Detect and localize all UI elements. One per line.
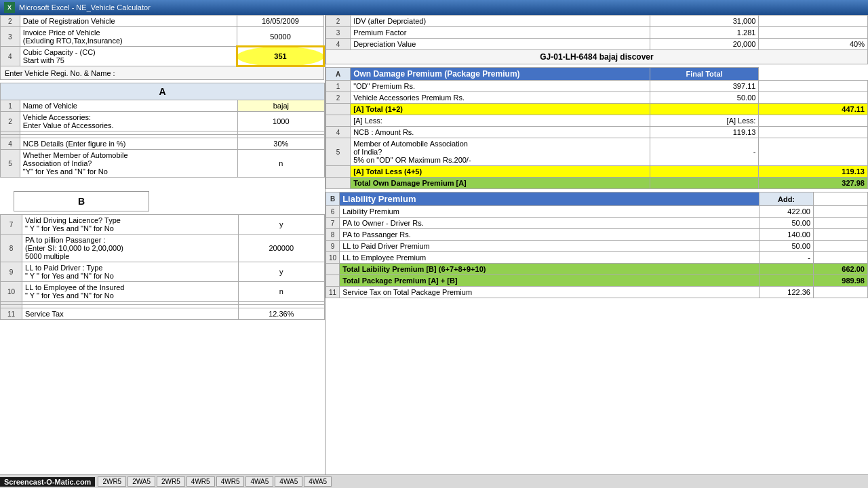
watermark: Screencast-O-Matic.com [0,477,95,487]
regi-display-row: GJ-01-LH-6484 bajaj discover [326,50,868,64]
vehicle-name-label: Name of Vehicle [20,100,237,112]
row-num [326,264,340,275]
table-row: 1 "OD" Premium Rs. 397.11 [326,81,868,92]
ll-employee-value[interactable]: n [238,282,324,302]
od-premium-label: "OD" Premium Rs. [351,81,650,92]
table-row: 7 Valid Driving Laicence? Type" Y " for … [1,215,325,235]
row-num: 3 [326,27,351,39]
tabs-bar: 2WR5 2WA5 2WR5 4WR5 4WR5 4WA5 4WA5 4WA5 [95,476,334,487]
less-row: [A] Less: [A] Less: [326,115,868,127]
table-row: 9 LL to Paid Driver : Type" Y " for Yes … [1,262,325,282]
row-num: 4 [326,39,351,50]
section-b-left-header-table: B [14,191,149,211]
pa-pillion-label: PA to pillion Passanger :(Enter SI: 10,0… [22,235,239,262]
tab-4wa5[interactable]: 4WA5 [245,476,273,487]
total-less-row: [A] Total Less (4+5) 119.13 [326,166,868,178]
ncb-value[interactable]: 30% [237,138,324,150]
less-label-left: [A] Less: [351,115,650,127]
pa-passanger-value: 140.00 [760,229,814,241]
premium-factor-value: 1.281 [650,27,759,39]
ll-employee-label: LL to Employee of the Insured" Y " for Y… [22,282,239,302]
invoice-value[interactable]: 50000 [237,27,323,47]
row-num: 2 [1,112,20,131]
total-less-calc [650,166,759,178]
service-tax-right-value: 122.36 [760,287,814,298]
pa-passanger-label: PA to Passanger Rs. [340,229,760,241]
idv-value: 31,000 [650,16,759,27]
right-panel: 2 IDV (after Deprciated) 31,000 3 Premiu… [326,15,868,474]
member-value[interactable]: n [237,150,324,178]
row-num: 11 [326,287,340,298]
tab-4wa5c[interactable]: 4WA5 [304,476,332,487]
row-num: 1 [1,100,20,112]
idv-label: IDV (after Deprciated) [351,16,650,27]
tab-4wa5b[interactable]: 4WA5 [275,476,302,487]
row-num: 5 [1,150,20,178]
row-num: 4 [1,47,20,66]
accessories-label: Vehicle Accessories:Enter Value of Acces… [20,112,237,131]
table-row: 10 LL to Employee of the Insured" Y " fo… [1,282,325,302]
member-row: 5 Whether Member of AutomobileAssociatio… [1,150,325,178]
section-a-right-table: A Own Damage Premium (Package Premium) F… [326,67,868,189]
total-1-2-value: 447.11 [759,104,868,115]
date-value[interactable]: 16/05/2009 [237,16,323,27]
row-num: 9 [326,241,340,252]
liability-header: Liability Premium [340,192,760,206]
tab-4wr5[interactable]: 4WR5 [186,476,215,487]
ncb-label: NCB Details (Enter figure in %) [20,138,237,150]
ll-paid-driver-value: 50.00 [760,241,814,252]
date-label: Date of Registration Vehicle [20,16,237,27]
invoice-label: Invoice Price of Vehicle(Exluding RTO,Ta… [20,27,237,47]
depreciation-value: 20,000 [650,39,759,50]
left-panel: 2 Date of Registration Vehicle 16/05/200… [0,15,326,474]
left-top-table: 2 Date of Registration Vehicle 16/05/200… [0,15,325,80]
total-liability-label: Total Laibility Premium [B] (6+7+8+9+10) [340,264,760,275]
total-less-value: 119.13 [759,166,868,178]
service-tax-left-label: Service Tax [22,308,239,320]
regi-display: GJ-01-LH-6484 bajaj discover [326,50,868,64]
total-1-2-calc [650,104,759,115]
total-od-calc [650,178,759,189]
regi-row: Enter Vehicle Regi. No. & Name : [1,66,324,80]
vehicle-name-value[interactable]: bajaj [237,100,324,112]
total-od-row: Total Own Damage Premium [A] 327.98 [326,178,868,189]
od-premium-value: 397.11 [650,81,759,92]
final-total-header: Final Total [650,68,759,81]
add-label: Add: [760,192,814,206]
table-row: 2 IDV (after Deprciated) 31,000 [326,16,868,27]
tab-4wr5b[interactable]: 4WR5 [216,476,245,487]
tab-2wr5b[interactable]: 2WR5 [157,476,185,487]
ll-employee-value: - [760,252,814,264]
accessories-value[interactable]: 1000 [237,112,324,131]
row-num [326,104,351,115]
driving-value[interactable]: y [238,215,324,235]
tab-2wa5[interactable]: 2WA5 [127,476,155,487]
table-row: 1 Name of Vehicle bajaj [1,100,325,112]
total-od-value: 327.98 [759,178,868,189]
row-num: 10 [326,252,340,264]
ll-paid-driver-row: 9 LL to Paid Driver Premium 50.00 [326,241,868,252]
liability-row: 6 Laibility Premium 422.00 [326,206,868,218]
tab-2wr5[interactable]: 2WR5 [98,476,126,487]
pa-owner-row: 7 PA to Owner - Driver Rs. 50.00 [326,218,868,229]
vehicle-acc-premium-value: 50.00 [650,92,759,104]
less-label-right: [A] Less: [650,115,759,127]
section-a-left-table: A 1 Name of Vehicle bajaj 2 Vehicle Acce… [0,83,325,178]
service-tax-left-value[interactable]: 12.36% [238,308,324,320]
section-b-left-header: B [14,192,149,211]
cc-value[interactable]: 351 [237,47,323,66]
total-1-2-row: [A] Total (1+2) 447.11 [326,104,868,115]
row-num: 2 [326,16,351,27]
member-auto-row: 5 Member of Automobile Associationof Ind… [326,138,868,166]
row-num: 3 [1,27,20,47]
ncb-amount-value: 119.13 [650,127,759,138]
ll-driver-value[interactable]: y [238,262,324,282]
member-auto-label: Member of Automobile Associationof India… [351,138,650,166]
row-num: 9 [1,262,22,282]
section-b-right-table: B Liability Premium Add: 6 Laibility Pre… [326,192,868,298]
section-a-right-header-num: A [326,68,351,81]
total-liability-value: 662.00 [814,264,868,275]
excel-icon: X [4,2,15,13]
ll-driver-label: LL to Paid Driver : Type" Y " for Yes an… [22,262,239,282]
pa-pillion-value[interactable]: 200000 [238,235,324,262]
